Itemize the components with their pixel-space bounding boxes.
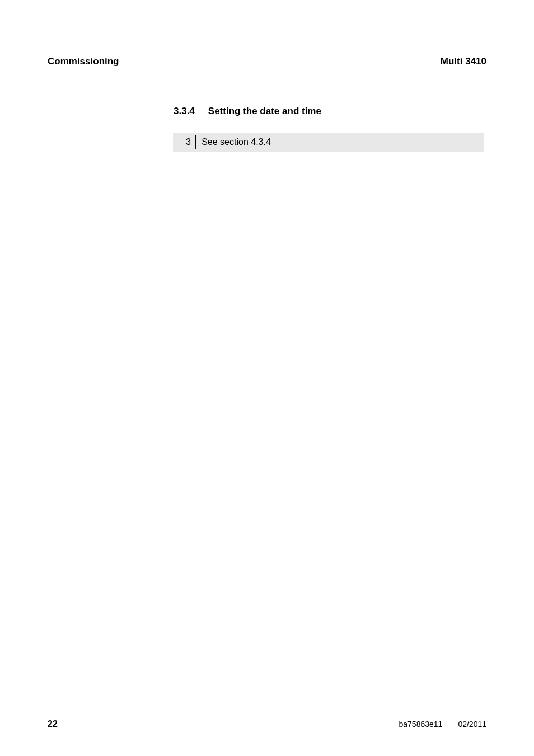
step-number: 3 <box>173 133 195 152</box>
footer-rule <box>48 711 486 711</box>
doc-date: 02/2011 <box>458 720 486 729</box>
step-text: See section 4.3.4 <box>196 133 271 152</box>
footer: 22 ba75863e11 02/2011 <box>48 711 486 729</box>
footer-right: ba75863e11 02/2011 <box>399 720 486 729</box>
step-row: 3 See section 4.3.4 <box>173 133 484 152</box>
header-left: Commissioning <box>48 56 119 67</box>
page: Commissioning Multi 3410 3.3.4 Setting t… <box>0 0 534 756</box>
header-right: Multi 3410 <box>441 56 486 67</box>
section-title: Setting the date and time <box>208 106 321 117</box>
doc-id: ba75863e11 <box>399 720 443 729</box>
section-heading: 3.3.4 Setting the date and time <box>174 106 486 117</box>
section-number: 3.3.4 <box>174 106 195 117</box>
page-number: 22 <box>48 719 58 729</box>
header: Commissioning Multi 3410 <box>48 56 486 72</box>
footer-row: 22 ba75863e11 02/2011 <box>48 719 486 729</box>
